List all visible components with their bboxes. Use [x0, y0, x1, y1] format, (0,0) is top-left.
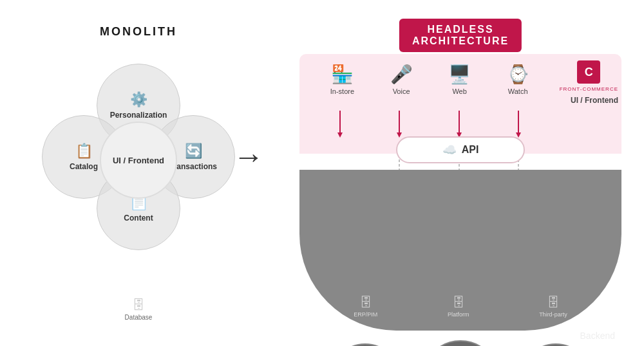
db-platform: 🗄 Platform — [448, 295, 469, 318]
monolith-db-icon: 🗄 — [132, 298, 145, 313]
voice-label: Voice — [393, 87, 410, 95]
flower-container: ⚙️ Personalization 📋 Catalog 🔄 Transacti… — [42, 57, 235, 263]
frontend-icon-watch: ⌚ Watch — [507, 64, 529, 95]
db-erp: 🗄 ERP/PIM — [354, 295, 377, 318]
monolith-section: MONOLITH ⚙️ Personalization 📋 Catalog 🔄 … — [23, 19, 254, 327]
monolith-database: 🗄 Database — [125, 298, 153, 321]
petal-personalization-label: Personalization — [110, 111, 167, 120]
db-erp-label: ERP/PIM — [354, 311, 377, 318]
headless-section: HEADLESS ARCHITECTURE 🏪 In-store 🎤 Voice… — [299, 15, 621, 331]
api-cloud-icon: ☁️ — [442, 143, 457, 157]
databases-row: 🗄 ERP/PIM 🗄 Platform 🗄 Third-party — [319, 295, 602, 318]
web-label: Web — [452, 87, 466, 95]
diagram-container: MONOLITH ⚙️ Personalization 📋 Catalog 🔄 … — [0, 0, 644, 346]
headless-header: HEADLESS ARCHITECTURE — [399, 19, 522, 52]
api-label: API — [462, 144, 479, 156]
transactions-icon: 🔄 — [185, 143, 202, 159]
backend-transactions: 🔄 Transactions — [330, 343, 401, 346]
db-platform-label: Platform — [448, 311, 469, 318]
ui-frontend-label: UI / Frontend — [571, 96, 618, 105]
backend-saas: ⚙️ SaaSServices — [520, 343, 591, 346]
fc-logo-icon: C — [577, 60, 600, 84]
db-thirdparty-icon: 🗄 — [547, 295, 560, 310]
right-arrow-icon: → — [233, 139, 264, 174]
backend-label: Backend — [580, 331, 615, 341]
monolith-db-label: Database — [125, 314, 153, 321]
monolith-title: MONOLITH — [100, 25, 177, 39]
frontend-icon-web: 🖥️ Web — [448, 64, 471, 95]
fc-label: FRONT-COMMERCE — [560, 86, 618, 92]
web-icon: 🖥️ — [448, 64, 471, 85]
center-label: UI / Frontend — [113, 156, 164, 165]
db-thirdparty-label: Third-party — [539, 311, 567, 318]
catalog-icon: 📋 — [75, 143, 93, 159]
watch-icon: ⌚ — [507, 64, 529, 85]
instore-label: In-store — [330, 87, 354, 95]
backend-circles: 🔄 Transactions 📄 Content /Catalog ⚙️ Saa… — [319, 340, 602, 346]
petal-content-label: Content — [124, 214, 153, 223]
monolith-center: UI / Frontend — [100, 122, 177, 199]
db-erp-icon: 🗄 — [359, 295, 372, 310]
frontend-icon-voice: 🎤 Voice — [390, 64, 413, 95]
backend-area: Backend 🔄 Transactions 📄 Content /Catalo… — [299, 170, 621, 331]
backend-content-catalog: 📄 Content /Catalog — [422, 340, 499, 346]
petal-catalog-label: Catalog — [70, 162, 98, 171]
api-box: ☁️ API — [396, 136, 525, 163]
db-thirdparty: 🗄 Third-party — [539, 295, 567, 318]
headless-title: HEADLESS ARCHITECTURE — [412, 24, 509, 47]
frontend-icon-instore: 🏪 In-store — [330, 64, 354, 95]
personalization-icon: ⚙️ — [130, 91, 147, 108]
front-commerce-logo: C FRONT-COMMERCE — [560, 60, 618, 92]
db-platform-icon: 🗄 — [452, 295, 465, 310]
voice-icon: 🎤 — [390, 64, 413, 85]
watch-label: Watch — [508, 87, 528, 95]
instore-icon: 🏪 — [331, 64, 354, 85]
